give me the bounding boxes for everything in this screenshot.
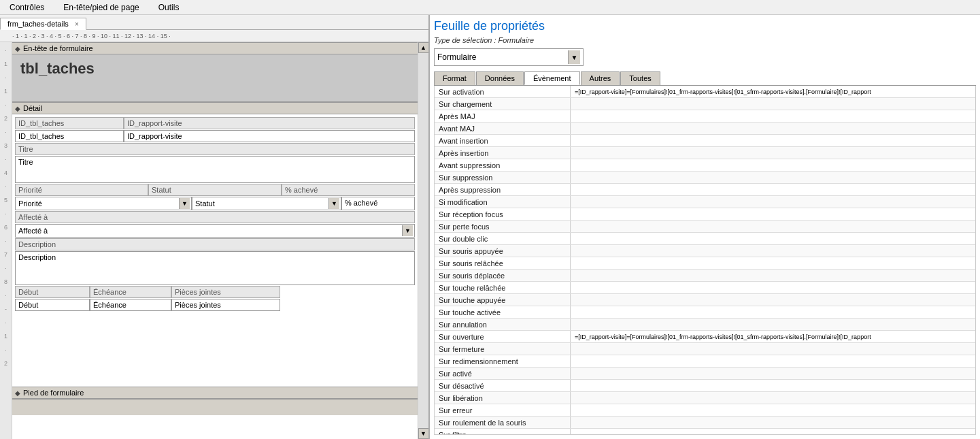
form-row-titre-label: Titre <box>15 143 415 155</box>
menu-outils[interactable]: Outils <box>149 1 189 14</box>
prop-value <box>571 294 975 306</box>
desc-field[interactable]: Description <box>15 251 415 285</box>
titre-field[interactable]: Titre <box>15 156 415 183</box>
tab-bar: frm_taches-details × <box>0 15 428 30</box>
prop-value <box>571 404 975 416</box>
props-row: Sur double clic <box>435 233 975 245</box>
scroll-up-btn[interactable]: ▲ <box>418 42 429 53</box>
affecte-label: Affecté à <box>15 211 415 223</box>
props-type: Type de sélection : Formulaire <box>434 36 976 44</box>
prop-value[interactable]: =[ID_rapport-visite]=[Formulaires]![01_f… <box>571 86 975 97</box>
prop-value <box>571 343 975 355</box>
form-canvas: ◆ En-tête de formulaire tbl_taches ◆ Dét… <box>12 42 418 439</box>
id-tbl-taches-field[interactable]: ID_tbl_taches <box>15 130 124 142</box>
ruler-content: · 1 · 1 · 2 · 3 · 4 · 5 · 6 · 7 · 8 · 9 … <box>12 33 428 39</box>
menu-entete[interactable]: En-tête/pied de page <box>54 1 148 14</box>
props-row: Sur chargement <box>435 98 975 110</box>
prop-value <box>571 282 975 293</box>
section-header-label-detail: Détail <box>23 104 42 112</box>
priorite-label: Priorité <box>15 184 148 196</box>
prop-value <box>571 123 975 134</box>
props-row: Sur annulation <box>435 319 975 331</box>
affecte-combo-text: Affecté à <box>17 226 402 235</box>
priorite-combo[interactable]: Priorité ▼ <box>15 197 192 210</box>
section-header-detail[interactable]: ◆ Détail <box>12 102 418 114</box>
properties-panel: Feuille de propriétés Type de sélection … <box>430 15 980 439</box>
titre-label: Titre <box>15 143 415 155</box>
prop-label: Avant insertion <box>435 135 571 146</box>
props-row: Avant MAJ <box>435 123 975 135</box>
pct-label: % achevé <box>282 184 415 196</box>
scroll-down-btn[interactable]: ▼ <box>418 428 429 439</box>
props-type-label: Type de sélection : <box>434 36 496 44</box>
tab-format[interactable]: Format <box>434 71 475 85</box>
debut-field[interactable]: Début <box>15 299 90 311</box>
props-row: Après suppression <box>435 184 975 196</box>
tab-evenement[interactable]: Évènement <box>524 71 580 85</box>
pieces-field[interactable]: Pièces jointes <box>171 299 280 311</box>
props-row: Si modification <box>435 196 975 208</box>
props-row: Après MAJ <box>435 110 975 123</box>
section-header-pied[interactable]: ◆ Pied de formulaire <box>12 387 418 399</box>
props-row: Sur touche appuyée <box>435 294 975 306</box>
prop-label: Sur perte focus <box>435 221 571 232</box>
props-row: Sur souris déplacée <box>435 270 975 282</box>
form-row-titre-data: Titre <box>15 156 415 183</box>
props-row: Sur libération <box>435 392 975 404</box>
prop-value <box>571 98 975 110</box>
props-dropdown[interactable]: Formulaire ▼ <box>434 48 584 66</box>
tab-autres[interactable]: Autres <box>581 71 620 85</box>
props-tabs: Format Données Évènement Autres Toutes <box>434 71 976 86</box>
prop-label: Sur roulement de la souris <box>435 417 571 428</box>
prop-label: Sur ouverture <box>435 331 571 342</box>
props-row: Avant insertion <box>435 135 975 147</box>
prop-value <box>571 306 975 318</box>
tab-donnees[interactable]: Données <box>476 71 524 85</box>
prop-value <box>571 147 975 159</box>
prop-label: Sur chargement <box>435 98 571 110</box>
form-row-desc-label: Description <box>15 238 415 250</box>
statut-label: Statut <box>148 184 282 196</box>
tab-close-icon[interactable]: × <box>75 20 79 28</box>
prop-label: Sur erreur <box>435 404 571 416</box>
prop-label: Sur touche activée <box>435 306 571 318</box>
statut-combo-arrow[interactable]: ▼ <box>328 198 339 209</box>
form-title[interactable]: tbl_taches <box>15 57 124 84</box>
vertical-scrollbar[interactable]: ▲ ▼ <box>418 42 428 439</box>
props-dropdown-arrow[interactable]: ▼ <box>568 50 580 64</box>
affecte-combo-arrow[interactable]: ▼ <box>402 225 413 236</box>
prop-label: Sur redimensionnement <box>435 355 571 367</box>
prop-label: Sur libération <box>435 392 571 404</box>
echeance-field[interactable]: Échéance <box>90 299 171 311</box>
statut-combo[interactable]: Statut ▼ <box>192 197 341 210</box>
prop-value <box>571 221 975 232</box>
props-row: Sur activé <box>435 368 975 380</box>
section-pied-icon: ◆ <box>15 389 20 397</box>
top-menu-bar: Contrôles En-tête/pied de page Outils <box>0 0 980 15</box>
id-rapport-visite-field[interactable]: ID_rapport-visite <box>124 130 415 142</box>
prop-value <box>571 417 975 428</box>
section-header-entete[interactable]: ◆ En-tête de formulaire <box>12 42 418 54</box>
props-row: Sur réception focus <box>435 208 975 221</box>
props-dropdown-text: Formulaire <box>437 52 568 62</box>
pct-field[interactable]: % achevé <box>341 197 415 210</box>
form-row-id-data: ID_tbl_taches ID_rapport-visite <box>15 130 415 142</box>
tab-toutes[interactable]: Toutes <box>620 71 660 85</box>
props-row: Sur fermeture <box>435 343 975 355</box>
section-header-label-entete: En-tête de formulaire <box>23 44 93 52</box>
scroll-track[interactable] <box>418 53 428 428</box>
form-tab[interactable]: frm_taches-details × <box>0 18 86 30</box>
prop-value <box>571 270 975 281</box>
prop-value[interactable]: =[ID_rapport-visite]=[Formulaires]![01_f… <box>571 331 975 342</box>
prop-value <box>571 355 975 367</box>
section-detail-icon: ◆ <box>15 105 20 112</box>
priorite-combo-arrow[interactable]: ▼ <box>179 198 190 209</box>
line-numbers: · 1 · 1 · 2 · 3 · 4 · 5 · 6 · 7 · 8 · - <box>0 42 12 439</box>
props-type-val: Formulaire <box>499 36 535 44</box>
prop-label: Après MAJ <box>435 110 571 122</box>
form-designer-panel: frm_taches-details × · 1 · 1 · 2 · 3 · 4… <box>0 15 430 439</box>
affecte-combo[interactable]: Affecté à ▼ <box>15 224 415 238</box>
prop-label: Après insertion <box>435 147 571 159</box>
prop-label: Sur désactivé <box>435 380 571 391</box>
menu-controles[interactable]: Contrôles <box>0 1 54 14</box>
